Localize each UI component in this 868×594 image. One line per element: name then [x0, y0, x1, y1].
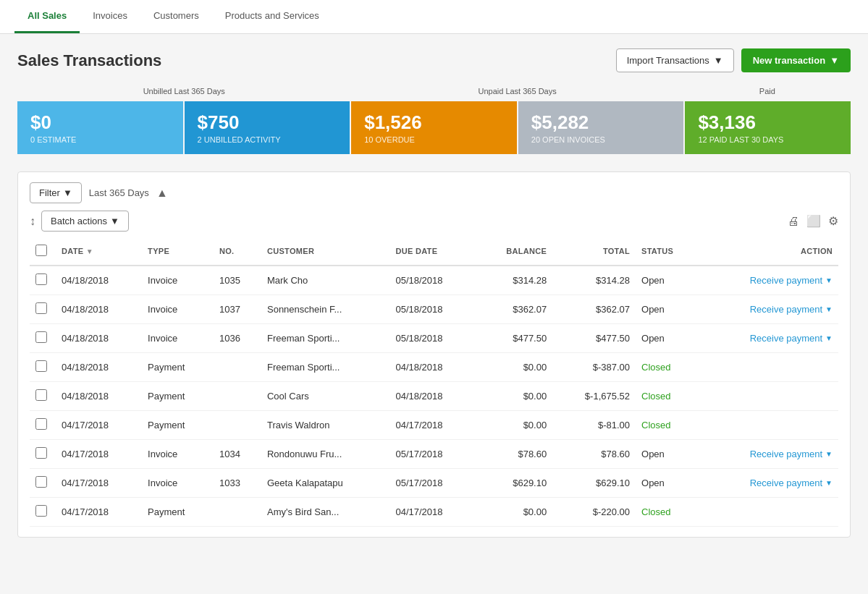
main-content: Sales Transactions Import Transactions ▼…: [0, 34, 868, 592]
cell-type-1: Invoice: [142, 295, 214, 324]
print-icon[interactable]: 🖨: [788, 215, 799, 228]
col-status[interactable]: STATUS: [636, 237, 699, 266]
cell-action-8: [699, 498, 838, 527]
cell-date-7: 04/17/2018: [56, 469, 142, 498]
table-row: 04/17/2018Invoice1034Rondonuwu Fru...05/…: [30, 440, 838, 469]
col-total[interactable]: TOTAL: [552, 237, 636, 266]
cell-action-0: Receive payment ▼: [699, 266, 838, 295]
header-actions: Import Transactions ▼ New transaction ▼: [616, 48, 851, 72]
cell-action-5: [699, 411, 838, 440]
summary-cards-row: $00 ESTIMATE$7502 UNBILLED ACTIVITY$1,52…: [17, 101, 851, 154]
row-checkbox-6[interactable]: [35, 447, 47, 459]
filter-section: Filter ▼ Last 365 Days ▲ ↕ Batch actions…: [17, 171, 851, 538]
row-checkbox-1[interactable]: [35, 302, 47, 314]
tab-customers[interactable]: Customers: [140, 0, 212, 33]
table-row: 04/17/2018PaymentAmy's Bird San...04/17/…: [30, 498, 838, 527]
receive-payment-link-6[interactable]: Receive payment ▼: [705, 449, 833, 459]
export-icon[interactable]: ⬜: [806, 214, 821, 228]
col-customer[interactable]: CUSTOMER: [261, 237, 389, 266]
cell-status-5: Closed: [636, 411, 699, 440]
cell-total-2: $477.50: [552, 324, 636, 353]
cell-type-2: Invoice: [142, 324, 214, 353]
cell-customer-4: Cool Cars: [261, 382, 389, 411]
cell-customer-3: Freeman Sporti...: [261, 353, 389, 382]
row-checkbox-8[interactable]: [35, 505, 47, 517]
cell-total-3: $-387.00: [552, 353, 636, 382]
cell-status-1: Open: [636, 295, 699, 324]
col-due-date[interactable]: DUE DATE: [389, 237, 476, 266]
summary-labels: Unbilled Last 365 DaysUnpaid Last 365 Da…: [17, 87, 851, 98]
table-row: 04/17/2018Invoice1033Geeta Kalapatapu05/…: [30, 469, 838, 498]
table-icons: 🖨 ⬜ ⚙: [788, 214, 838, 228]
table-header-row: DATE ▼ TYPE NO. CUSTOMER DUE DATE BALANC…: [30, 237, 838, 266]
batch-actions-button[interactable]: Batch actions ▼: [41, 211, 129, 232]
cell-balance-8: $0.00: [476, 498, 553, 527]
import-button[interactable]: Import Transactions ▼: [616, 48, 734, 72]
summary-card-unbilled[interactable]: $7502 UNBILLED ACTIVITY: [185, 101, 350, 154]
cell-type-8: Payment: [142, 498, 214, 527]
cell-no-0: 1035: [214, 266, 261, 295]
cell-due_date-6: 05/17/2018: [389, 440, 476, 469]
receive-payment-link-7[interactable]: Receive payment ▼: [705, 478, 833, 488]
row-checkbox-3[interactable]: [35, 360, 47, 372]
table-row: 04/18/2018PaymentFreeman Sporti...04/18/…: [30, 353, 838, 382]
cell-total-4: $-1,675.52: [552, 382, 636, 411]
tab-products[interactable]: Products and Services: [212, 0, 332, 33]
cell-due_date-5: 04/17/2018: [389, 411, 476, 440]
cell-due_date-1: 05/18/2018: [389, 295, 476, 324]
filter-period: Last 365 Days: [89, 187, 149, 198]
cell-status-2: Open: [636, 324, 699, 353]
page-header: Sales Transactions Import Transactions ▼…: [17, 48, 851, 72]
cell-status-3: Closed: [636, 353, 699, 382]
col-no[interactable]: NO.: [214, 237, 261, 266]
filter-caret: ▼: [63, 187, 72, 198]
cell-balance-6: $78.60: [476, 440, 553, 469]
cell-balance-2: $477.50: [476, 324, 553, 353]
cell-balance-0: $314.28: [476, 266, 553, 295]
col-date[interactable]: DATE ▼: [56, 237, 142, 266]
row-checkbox-2[interactable]: [35, 331, 47, 343]
cell-total-6: $78.60: [552, 440, 636, 469]
cell-total-0: $314.28: [552, 266, 636, 295]
transactions-table: DATE ▼ TYPE NO. CUSTOMER DUE DATE BALANC…: [30, 237, 838, 527]
tab-invoices[interactable]: Invoices: [80, 0, 140, 33]
batch-label: Batch actions: [51, 216, 107, 226]
new-transaction-button[interactable]: New transaction ▼: [741, 48, 851, 72]
cell-due_date-7: 05/17/2018: [389, 469, 476, 498]
summary-card-overdue[interactable]: $1,52610 OVERDUE: [351, 101, 517, 154]
table-row: 04/18/2018Invoice1035Mark Cho05/18/2018$…: [30, 266, 838, 295]
cell-customer-7: Geeta Kalapatapu: [261, 469, 389, 498]
summary-card-open[interactable]: $5,28220 OPEN INVOICES: [518, 101, 684, 154]
summary-card-estimate[interactable]: $00 ESTIMATE: [17, 101, 183, 154]
import-caret: ▼: [714, 55, 723, 66]
col-type[interactable]: TYPE: [142, 237, 214, 266]
table-row: 04/18/2018PaymentCool Cars04/18/2018$0.0…: [30, 382, 838, 411]
cell-due_date-0: 05/18/2018: [389, 266, 476, 295]
cell-action-2: Receive payment ▼: [699, 324, 838, 353]
select-all-checkbox[interactable]: [35, 245, 47, 256]
cell-due_date-3: 04/18/2018: [389, 353, 476, 382]
row-checkbox-4[interactable]: [35, 389, 47, 401]
settings-icon[interactable]: ⚙: [828, 214, 838, 228]
cell-no-1: 1037: [214, 295, 261, 324]
cell-customer-5: Travis Waldron: [261, 411, 389, 440]
filter-button[interactable]: Filter ▼: [30, 182, 82, 203]
summary-card-paid[interactable]: $3,13612 PAID LAST 30 DAYS: [685, 101, 851, 154]
collapse-button[interactable]: ▲: [156, 187, 168, 200]
receive-payment-link-1[interactable]: Receive payment ▼: [705, 304, 833, 315]
tab-all-sales[interactable]: All Sales: [14, 0, 80, 33]
receive-payment-link-0[interactable]: Receive payment ▼: [705, 275, 833, 286]
cell-status-4: Closed: [636, 382, 699, 411]
col-balance[interactable]: BALANCE: [476, 237, 553, 266]
row-checkbox-5[interactable]: [35, 418, 47, 430]
receive-payment-link-2[interactable]: Receive payment ▼: [705, 333, 833, 344]
cell-customer-6: Rondonuwu Fru...: [261, 440, 389, 469]
cell-due_date-2: 05/18/2018: [389, 324, 476, 353]
cell-no-5: [214, 411, 261, 440]
row-checkbox-7[interactable]: [35, 476, 47, 488]
cell-type-5: Payment: [142, 411, 214, 440]
row-checkbox-0[interactable]: [35, 273, 47, 285]
cell-action-1: Receive payment ▼: [699, 295, 838, 324]
col-action: ACTION: [699, 237, 838, 266]
sort-rows-icon[interactable]: ↕: [30, 215, 35, 228]
